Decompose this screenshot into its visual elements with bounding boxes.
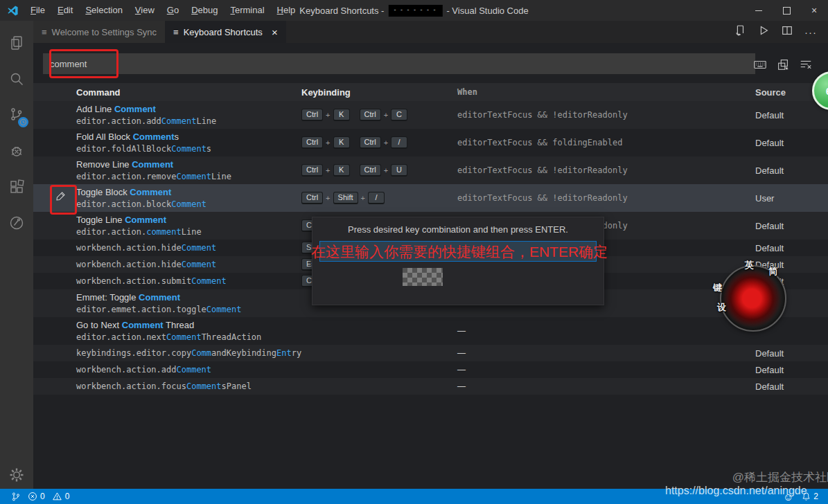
source-cell: User	[755, 184, 774, 212]
when-cell: editorTextFocus && foldingEnabled	[457, 129, 622, 156]
shortcut-row[interactable]: Go to Next Comment Threadeditor.action.n…	[33, 317, 828, 345]
close-tab-icon[interactable]: ×	[272, 27, 278, 37]
menu-view[interactable]: View	[129, 0, 161, 21]
key-chip: Ctrl	[301, 164, 323, 177]
command-id: editor.action.commentLine	[76, 225, 299, 237]
plus-separator: +	[384, 111, 388, 119]
rose-char: 简	[768, 265, 777, 278]
shortcut-row[interactable]: keybindings.editor.copyCommandKeybinding…	[33, 345, 828, 361]
open-keyboard-shortcuts-json-icon[interactable]	[734, 24, 746, 39]
more-actions-icon[interactable]: ···	[804, 26, 817, 38]
tab-welcome-to-settings-sync[interactable]: ≡Welcome to Settings Sync	[33, 21, 165, 43]
title-redaction-box: - - - - - - -	[388, 5, 442, 17]
settings-editor-icon: ≡	[173, 27, 179, 37]
record-keys-icon[interactable]	[753, 57, 767, 74]
column-header-when: When	[457, 83, 477, 101]
window-title-prefix: Keyboard Shortcuts -	[299, 6, 384, 16]
key-chord: Ctrl+K	[301, 109, 350, 121]
problems-errors[interactable]: 0	[28, 492, 45, 501]
explorer-icon[interactable]	[0, 26, 33, 60]
menu-terminal[interactable]: Terminal	[224, 0, 270, 21]
command-cell: Toggle Block Commenteditor.action.blockC…	[76, 184, 299, 212]
rose-char: 键	[713, 282, 722, 294]
when-cell: —	[457, 378, 466, 395]
command-cell: Add Line Commenteditor.action.addComment…	[76, 101, 299, 129]
tab-keyboard-shortcuts[interactable]: ≡Keyboard Shortcuts×	[165, 21, 286, 43]
plus-separator: +	[326, 194, 330, 202]
run-icon[interactable]	[757, 24, 770, 39]
remote-circle-icon[interactable]	[0, 206, 33, 240]
extensions-icon[interactable]	[0, 170, 33, 204]
command-cell: workbench.action.focusCommentsPanel	[76, 378, 299, 395]
editor-area: ≡Welcome to Settings Sync≡Keyboard Short…	[33, 21, 828, 489]
command-id: editor.emmet.action.toggleComment	[76, 303, 299, 314]
source-cell: Default	[755, 240, 784, 256]
menu-edit[interactable]: Edit	[51, 0, 79, 21]
command-cell: workbench.action.hideComment	[76, 256, 299, 273]
table-header-row: CommandKeybindingWhenSource	[33, 83, 828, 101]
when-cell: editorTextFocus && !editorReadonly	[457, 156, 628, 184]
problems-warnings[interactable]: 0	[52, 492, 70, 501]
rose-char: 设	[717, 301, 726, 314]
command-id: workbench.action.hideComment	[76, 256, 299, 273]
rose-ime-widget: 英 简 键 设	[716, 261, 788, 333]
tab-label: Keyboard Shortcuts	[184, 27, 263, 37]
when-cell: —	[457, 317, 466, 345]
watermark-url: https://blog.csdn.net/aningde	[665, 485, 828, 497]
plus-separator: +	[384, 138, 388, 147]
manage-gear-icon[interactable]	[0, 467, 33, 483]
maximize-icon[interactable]	[773, 0, 800, 21]
command-title: Fold All Block Comments	[76, 129, 299, 142]
key-chord: Ctrl+/	[360, 136, 408, 149]
window-controls: ×	[745, 0, 828, 21]
define-keybinding-dialog: Press desired key combination and then p…	[312, 217, 604, 305]
tab-label: Welcome to Settings Sync	[52, 27, 157, 37]
error-count: 0	[40, 492, 45, 501]
command-cell: Go to Next Comment Threadeditor.action.n…	[76, 317, 299, 345]
command-title: Add Line Comment	[76, 101, 299, 114]
tab-bar: ≡Welcome to Settings Sync≡Keyboard Short…	[33, 21, 828, 43]
watermark-community: @稀土掘金技术社区	[637, 469, 828, 485]
close-icon[interactable]: ×	[800, 0, 828, 21]
menu-file[interactable]: File	[24, 0, 51, 21]
git-branch-icon[interactable]	[11, 492, 21, 502]
key-chip: K	[333, 109, 350, 121]
split-editor-icon[interactable]	[781, 24, 793, 39]
command-id: keybindings.editor.copyCommandKeybinding…	[76, 345, 299, 361]
shortcut-row[interactable]: Fold All Block Commentseditor.foldAllBlo…	[33, 129, 828, 156]
command-id: workbench.action.focusCommentsPanel	[76, 378, 299, 395]
source-cell: Default	[755, 101, 784, 129]
clear-keybindings-search-icon[interactable]	[799, 57, 813, 74]
menu-debug[interactable]: Debug	[185, 0, 224, 21]
keybindings-search-input[interactable]	[43, 53, 755, 74]
sort-by-precedence-icon[interactable]	[776, 57, 790, 74]
menu-selection[interactable]: Selection	[79, 0, 128, 21]
shortcut-row[interactable]: Remove Line Commenteditor.action.removeC…	[33, 156, 828, 184]
source-cell: Default	[755, 212, 784, 240]
shortcut-row[interactable]: workbench.action.focusCommentsPanel—Defa…	[33, 378, 828, 395]
scm-sync-clock-badge	[18, 117, 28, 127]
shortcut-row[interactable]: workbench.action.addComment—Default	[33, 361, 828, 378]
keybinding-cell: Ctrl+KCtrl+C	[301, 101, 407, 129]
shortcut-row[interactable]: Toggle Block Commenteditor.action.blockC…	[33, 184, 828, 212]
column-header-keybinding: Keybinding	[301, 83, 351, 101]
warning-count: 0	[65, 492, 70, 501]
debug-icon[interactable]	[0, 134, 33, 168]
command-title: Remove Line Comment	[76, 156, 299, 170]
plus-separator: +	[326, 138, 330, 147]
menu-help[interactable]: Help	[271, 0, 302, 21]
search-icon[interactable]	[0, 62, 33, 96]
plus-separator: +	[326, 111, 330, 119]
shortcut-row[interactable]: Add Line Commenteditor.action.addComment…	[33, 101, 828, 129]
command-cell: keybindings.editor.copyCommandKeybinding…	[76, 345, 299, 361]
edit-keybinding-pencil-icon[interactable]	[55, 190, 67, 205]
when-cell: editorTextFocus && !editorReadonly	[457, 101, 628, 129]
command-id: editor.action.removeCommentLine	[76, 170, 299, 181]
menu-go[interactable]: Go	[161, 0, 185, 21]
key-chip: Ctrl	[301, 192, 323, 204]
dialog-annotation-cn: 在这里输入你需要的快捷键组合，ENTER确定	[307, 242, 612, 262]
key-chip: /	[391, 136, 407, 149]
minimize-icon[interactable]	[745, 0, 773, 21]
source-control-icon[interactable]	[0, 98, 33, 132]
when-cell: —	[457, 345, 466, 361]
